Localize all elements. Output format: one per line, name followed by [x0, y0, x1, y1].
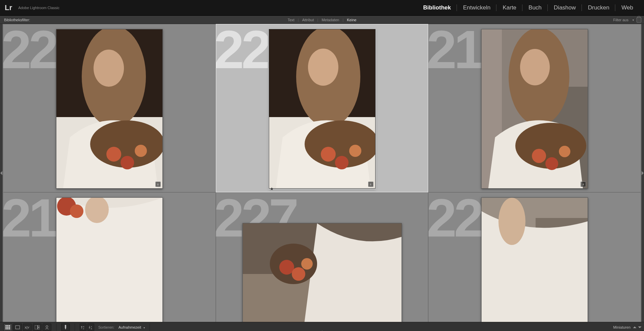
svg-point-6 [121, 156, 134, 169]
svg-point-15 [349, 145, 361, 157]
has-adjustments-icon: ± [581, 182, 586, 187]
svg-rect-43 [9, 327, 10, 328]
thumbnail-image[interactable] [56, 197, 163, 322]
svg-rect-51 [38, 328, 40, 329]
svg-rect-39 [7, 325, 8, 326]
thumb-size-label: Miniaturen [613, 325, 630, 329]
filter-none[interactable]: Keine [343, 16, 360, 24]
app-name: Adobe Lightroom Classic [18, 6, 59, 10]
svg-rect-40 [9, 325, 10, 326]
module-book[interactable]: Buch [522, 3, 548, 12]
svg-text:z: z [83, 328, 84, 329]
zoom-tri-icon[interactable] [633, 327, 637, 328]
module-picker: Bibliothek Entwickeln Karte Buch Diashow… [417, 3, 639, 12]
rating-stars[interactable]: ★ [270, 186, 376, 192]
module-develop[interactable]: Entwickeln [457, 3, 496, 12]
svg-rect-47 [16, 326, 20, 329]
thumbnail-image[interactable] [481, 197, 588, 322]
app-header: Lr Adobe Lightroom Classic Bibliothek En… [0, 0, 644, 16]
grid-cell[interactable]: 224 ± [3, 24, 216, 192]
grid-cell[interactable]: 21 ± [428, 24, 641, 192]
separator [75, 324, 75, 331]
module-web[interactable]: Web [615, 3, 639, 12]
svg-point-33 [292, 267, 305, 281]
library-filter-bar: Bibliotheksfilter: Text | Attribut | Met… [0, 16, 644, 24]
painter-tool-button[interactable] [61, 324, 70, 331]
sort-dropdown[interactable]: Aufnahmezeit ▾ [119, 325, 145, 329]
sort-direction-group: az za [80, 324, 94, 331]
filter-attribute[interactable]: Attribut [299, 16, 317, 24]
toolbar-menu-icon[interactable] [638, 327, 642, 328]
svg-rect-49 [35, 325, 37, 329]
svg-point-14 [335, 156, 349, 169]
star-icon: ★ [270, 186, 274, 191]
loupe-view-button[interactable] [13, 324, 22, 331]
grid-viewport: 224 ± [0, 24, 644, 322]
svg-point-3 [94, 50, 124, 87]
expand-left-icon [0, 171, 2, 175]
filter-text[interactable]: Text [284, 16, 298, 24]
svg-point-32 [279, 260, 294, 275]
svg-text:a: a [91, 328, 92, 329]
thumbnail-image[interactable]: ± [481, 29, 588, 189]
filter-bar-label: Bibliotheksfilter: [0, 18, 34, 22]
chevron-down-icon: ▾ [633, 19, 634, 22]
compare-view-button[interactable]: X|Y [23, 324, 32, 331]
grid-cell-selected[interactable]: 225 ± ★ [216, 24, 429, 192]
svg-point-23 [545, 157, 558, 170]
sort-asc-button[interactable]: az [80, 324, 86, 331]
cell-index: 21 [427, 24, 481, 77]
svg-rect-50 [38, 325, 40, 327]
grid-view-button[interactable] [3, 324, 12, 331]
people-view-button[interactable] [43, 324, 51, 331]
chevron-down-icon: ▾ [144, 326, 145, 329]
separator [150, 324, 150, 331]
svg-point-22 [532, 149, 546, 163]
filter-preset[interactable]: Filter aus ▾ [613, 17, 644, 23]
thumbnail-image[interactable]: ± [269, 29, 376, 189]
svg-point-52 [46, 326, 48, 328]
survey-view-button[interactable] [33, 324, 42, 331]
svg-rect-46 [9, 328, 10, 329]
grid-toolbar: X|Y az za Sortieren: Aufnahmezeit ▾ Mini… [0, 322, 644, 331]
grid-cell[interactable]: 227 [216, 192, 429, 322]
module-library[interactable]: Bibliothek [417, 3, 457, 12]
svg-rect-41 [5, 327, 7, 328]
svg-point-5 [106, 147, 121, 162]
svg-point-13 [321, 147, 336, 162]
svg-text:X|Y: X|Y [25, 326, 29, 329]
filter-preset-label: Filter aus [613, 18, 628, 22]
grid-cell[interactable]: 22 [428, 192, 641, 322]
svg-marker-54 [65, 328, 66, 330]
lock-icon[interactable] [637, 17, 641, 23]
cell-index: 21 [3, 191, 56, 245]
grid-row: 21 227 [3, 192, 641, 322]
thumbnail-grid[interactable]: 224 ± [3, 24, 641, 322]
grid-cell[interactable]: 21 [3, 192, 216, 322]
module-print[interactable]: Drucken [582, 3, 615, 12]
svg-point-11 [308, 49, 338, 86]
cell-index: 22 [427, 191, 481, 245]
separator [56, 324, 56, 331]
module-map[interactable]: Karte [496, 3, 522, 12]
svg-point-24 [559, 146, 570, 157]
svg-point-37 [498, 198, 525, 245]
expand-right-icon [642, 171, 644, 175]
svg-rect-38 [5, 325, 7, 326]
sort-desc-button[interactable]: za [87, 324, 94, 331]
svg-rect-44 [5, 328, 7, 329]
module-slideshow[interactable]: Diashow [548, 3, 582, 12]
svg-point-20 [520, 49, 550, 85]
left-panel-collapsed[interactable] [0, 24, 3, 322]
toolbar-right: Miniaturen [613, 325, 641, 329]
thumbnail-image[interactable] [242, 223, 402, 322]
has-adjustments-icon: ± [155, 182, 161, 187]
filter-metadata[interactable]: Metadaten [318, 16, 342, 24]
right-panel-collapsed[interactable] [641, 24, 644, 322]
svg-point-34 [301, 258, 313, 270]
filter-types: Text | Attribut | Metadaten | Keine [284, 16, 360, 24]
svg-point-28 [70, 204, 83, 218]
thumbnail-image[interactable]: ± [56, 29, 163, 189]
svg-rect-53 [65, 325, 66, 328]
grid-row: 224 ± [3, 24, 641, 192]
